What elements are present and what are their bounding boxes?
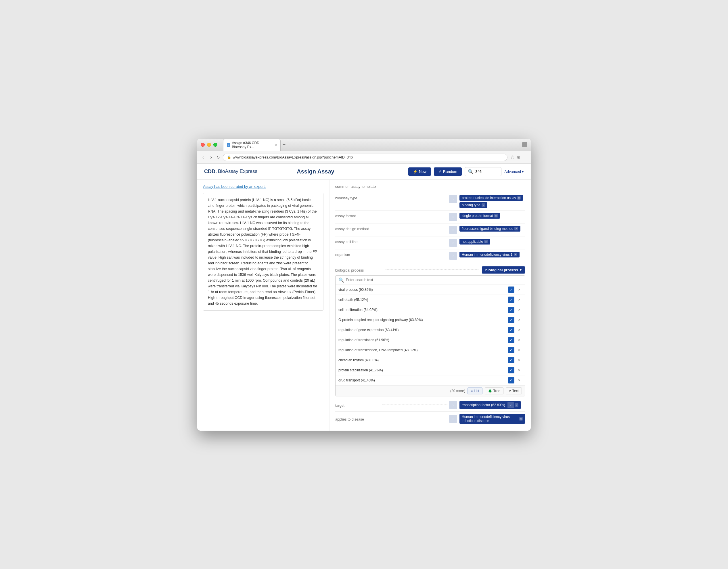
remove-fluorescent[interactable]: × [514,227,518,230]
back-button[interactable]: ‹ [201,154,206,160]
check-cell-proliferation[interactable]: ✓ [508,307,514,313]
bookmark-icon[interactable]: ☆ [510,154,514,160]
extensions-icon[interactable]: ⊕ [517,154,520,160]
remove-circadian[interactable]: × [517,358,522,363]
list-item: regulation of transcription, DNA-templat… [336,345,525,355]
search-input[interactable] [475,169,498,174]
remove-target[interactable]: × [515,403,518,407]
bioassay-type-arrow[interactable]: › [449,195,457,203]
url-bar[interactable]: 🔒 www.bioassayexpress.com/BioAssayExpres… [223,154,507,161]
remove-translation[interactable]: × [517,338,522,343]
check-transcription[interactable]: ✓ [508,347,514,353]
search-icon: 🔍 [338,277,344,283]
tag-protein-nucleotide: protein-nucleotide interaction assay × [459,195,523,201]
cell-line-values: not applicable × [459,239,525,244]
remove-not-applicable[interactable]: × [484,240,488,243]
field-organism: organism › Human immunodeficiency virus … [335,249,525,262]
list-item: circadian rhythm (48.08%) ✓ × [336,355,525,365]
tag-target: transcription factor (62.83%) ✓ × [459,401,521,409]
minimize-window-button[interactable] [207,143,211,147]
tag-label: protein-nucleotide interaction assay [462,196,516,200]
check-gene-expression[interactable]: ✓ [508,327,514,333]
remove-protein-stab[interactable]: × [517,368,522,373]
browser-tab[interactable]: B Assign #346 CDD BioAssay Ex... × [223,139,281,151]
advanced-button[interactable]: Advanced ▾ [504,169,524,174]
tag-label: Human immunodeficiency virus infectious … [462,415,518,423]
field-applies-to-disease: applies to disease › Human immunodeficie… [335,412,525,426]
list-view-button[interactable]: ≡ List [468,388,482,394]
titlebar: B Assign #346 CDD BioAssay Ex... × + [197,139,531,151]
check-gprotein[interactable]: ✓ [508,317,514,323]
tag-single-protein: single protein format × [459,213,500,218]
cell-line-label: assay cell line [335,239,381,244]
maximize-window-button[interactable] [213,143,217,147]
remove-transcription[interactable]: × [517,348,522,353]
organism-arrow[interactable]: › [449,252,457,260]
tag-label: fluorescent ligand binding method [462,227,513,231]
dotted-divider [382,239,448,239]
check-translation[interactable]: ✓ [508,337,514,343]
menu-icon[interactable]: ⋮ [523,154,527,160]
assay-design-values: fluorescent ligand binding method × [459,226,525,231]
remove-drug-transport[interactable]: × [517,378,522,383]
tree-view-button[interactable]: 🌲 Tree [485,388,503,394]
item-text: protein stabilization (41.76%) [338,368,506,372]
list-item: protein stabilization (41.76%) ✓ × [336,365,525,376]
remove-disease[interactable]: × [519,417,523,421]
check-cell-death[interactable]: ✓ [508,297,514,303]
random-button[interactable]: ⇄ Random [434,167,462,176]
close-tab-button[interactable]: × [275,143,277,147]
list-item: regulation of gene expression (63.41%) ✓… [336,325,525,335]
list-icon: ≡ [471,389,473,393]
list-item: viral process (90.86%) ✓ × [336,285,525,295]
check-circadian[interactable]: ✓ [508,357,514,363]
new-tab-button[interactable]: + [281,141,288,148]
refresh-button[interactable]: ↻ [217,155,220,160]
disease-values: Human immunodeficiency virus infectious … [459,414,525,424]
remove-binding-type[interactable]: × [482,203,485,207]
bio-process-dropdown: 🔍 viral process (90.86%) ✓ × cell death … [335,275,525,397]
bio-search-input[interactable] [346,278,522,282]
addressbar: ‹ › ↻ 🔒 www.bioassayexpress.com/BioAssay… [197,151,531,164]
item-text: viral process (90.86%) [338,288,506,292]
target-values: transcription factor (62.83%) ✓ × [459,401,525,409]
random-label: Random [443,169,457,174]
item-text: cell proliferation (64.02%) [338,308,506,312]
tag-label: transcription factor (62.83%) [462,403,505,407]
disease-arrow[interactable]: › [449,415,457,423]
curated-notice[interactable]: Assay has been curated by an expert. [203,184,323,189]
list-item: cell death (65.12%) ✓ × [336,295,525,305]
browser-window: B Assign #346 CDD BioAssay Ex... × + ‹ ›… [197,139,531,431]
check-protein-stab[interactable]: ✓ [508,367,514,374]
remove-single-protein[interactable]: × [494,214,498,217]
check-viral-process[interactable]: ✓ [508,287,514,293]
assay-design-arrow[interactable]: › [449,226,457,234]
target-arrow[interactable]: › [449,401,457,409]
list-item: drug transport (41.43%) ✓ × [336,376,525,386]
list-label: List [474,389,479,393]
bio-process-tag[interactable]: biological process ▾ [482,266,525,273]
remove-cell-proliferation[interactable]: × [517,307,522,313]
field-target: target › transcription factor (62.83%) ✓… [335,399,525,412]
more-label: (20 more) [338,389,465,393]
cell-line-arrow[interactable]: › [449,239,457,247]
text-view-button[interactable]: A Text [506,388,522,394]
forward-button[interactable]: › [208,154,213,160]
remove-protein-nucleotide[interactable]: × [517,196,521,200]
close-window-button[interactable] [201,143,205,147]
bio-process-header: biological process biological process ▾ [335,264,525,275]
tree-icon: 🌲 [488,389,492,393]
tag-not-applicable: not applicable × [459,239,490,244]
header-actions: ⚡ New ⇄ Random 🔍 Advanced ▾ [408,167,524,176]
check-target[interactable]: ✓ [507,402,514,408]
dotted-divider [382,213,448,213]
remove-viral-process[interactable]: × [517,287,522,292]
new-button[interactable]: ⚡ New [408,167,431,176]
remove-cell-death[interactable]: × [517,297,522,302]
check-drug-transport[interactable]: ✓ [508,377,514,384]
remove-gprotein[interactable]: × [517,317,522,323]
assay-format-arrow[interactable]: › [449,213,457,221]
user-icon [522,142,527,147]
remove-gene-expression[interactable]: × [517,328,522,333]
remove-hiv1[interactable]: × [514,253,517,256]
